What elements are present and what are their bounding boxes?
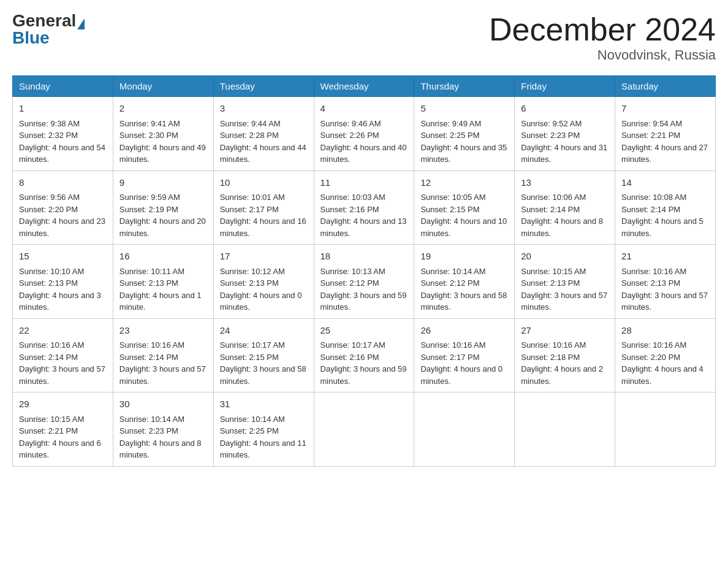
calendar-cell: 20 Sunrise: 10:15 AMSunset: 2:13 PMDayli…: [515, 245, 615, 319]
day-number: 23: [119, 324, 207, 338]
calendar-cell: 4 Sunrise: 9:46 AMSunset: 2:26 PMDayligh…: [314, 97, 414, 171]
month-year-title: December 2024: [489, 12, 716, 47]
day-number: 19: [420, 250, 508, 264]
day-number: 11: [320, 176, 408, 190]
day-number: 1: [19, 102, 107, 116]
header-row: Sunday Monday Tuesday Wednesday Thursday…: [13, 76, 716, 97]
calendar-cell: 1 Sunrise: 9:38 AMSunset: 2:32 PMDayligh…: [13, 97, 113, 171]
calendar-week-row: 22 Sunrise: 10:16 AMSunset: 2:14 PMDayli…: [13, 318, 716, 393]
col-thursday: Thursday: [414, 76, 515, 97]
day-number: 22: [19, 324, 107, 338]
day-number: 9: [119, 176, 207, 190]
day-info: Sunrise: 10:10 AMSunset: 2:13 PMDaylight…: [19, 267, 101, 312]
day-number: 17: [220, 250, 308, 264]
calendar-cell: 22 Sunrise: 10:16 AMSunset: 2:14 PMDayli…: [13, 318, 113, 393]
day-info: Sunrise: 10:06 AMSunset: 2:14 PMDaylight…: [521, 193, 603, 238]
calendar-cell: 3 Sunrise: 9:44 AMSunset: 2:28 PMDayligh…: [213, 97, 314, 171]
calendar-cell: 17 Sunrise: 10:12 AMSunset: 2:13 PMDayli…: [213, 245, 314, 319]
calendar-cell: [314, 393, 414, 467]
calendar-week-row: 29 Sunrise: 10:15 AMSunset: 2:21 PMDayli…: [13, 393, 716, 467]
day-number: 30: [119, 397, 207, 412]
day-info: Sunrise: 9:54 AMSunset: 2:21 PMDaylight:…: [621, 119, 708, 164]
day-number: 25: [320, 324, 408, 338]
day-number: 29: [19, 397, 107, 412]
day-info: Sunrise: 10:08 AMSunset: 2:14 PMDaylight…: [621, 193, 703, 238]
day-info: Sunrise: 10:16 AMSunset: 2:14 PMDaylight…: [19, 340, 105, 386]
day-number: 16: [119, 250, 207, 264]
day-info: Sunrise: 9:49 AMSunset: 2:25 PMDaylight:…: [420, 119, 507, 164]
logo-general-text: General: [12, 11, 76, 30]
calendar-cell: 2 Sunrise: 9:41 AMSunset: 2:30 PMDayligh…: [113, 97, 213, 171]
day-number: 14: [621, 176, 709, 190]
day-info: Sunrise: 10:16 AMSunset: 2:14 PMDaylight…: [119, 340, 206, 386]
day-number: 28: [621, 324, 709, 338]
calendar-cell: 7 Sunrise: 9:54 AMSunset: 2:21 PMDayligh…: [615, 97, 716, 171]
calendar-cell: [515, 393, 615, 467]
col-friday: Friday: [515, 76, 615, 97]
day-number: 8: [19, 176, 107, 190]
calendar-cell: [414, 393, 515, 467]
day-info: Sunrise: 10:15 AMSunset: 2:21 PMDaylight…: [19, 415, 101, 460]
calendar-cell: 13 Sunrise: 10:06 AMSunset: 2:14 PMDayli…: [515, 170, 615, 245]
day-info: Sunrise: 10:14 AMSunset: 2:23 PMDaylight…: [119, 415, 202, 460]
day-number: 15: [19, 250, 107, 264]
day-info: Sunrise: 10:16 AMSunset: 2:18 PMDaylight…: [521, 340, 603, 386]
day-number: 27: [521, 324, 609, 338]
calendar-cell: 8 Sunrise: 9:56 AMSunset: 2:20 PMDayligh…: [13, 170, 113, 245]
day-info: Sunrise: 10:15 AMSunset: 2:13 PMDaylight…: [521, 267, 607, 312]
day-number: 13: [521, 176, 609, 190]
calendar-cell: 25 Sunrise: 10:17 AMSunset: 2:16 PMDayli…: [314, 318, 414, 393]
calendar-table: Sunday Monday Tuesday Wednesday Thursday…: [12, 75, 716, 467]
calendar-cell: 31 Sunrise: 10:14 AMSunset: 2:25 PMDayli…: [213, 393, 314, 467]
day-number: 18: [320, 250, 408, 264]
logo-general-line: General: [12, 12, 85, 29]
day-info: Sunrise: 9:52 AMSunset: 2:23 PMDaylight:…: [521, 119, 607, 164]
calendar-cell: 21 Sunrise: 10:16 AMSunset: 2:13 PMDayli…: [615, 245, 716, 319]
day-info: Sunrise: 9:46 AMSunset: 2:26 PMDaylight:…: [320, 119, 407, 164]
day-info: Sunrise: 9:38 AMSunset: 2:32 PMDaylight:…: [19, 119, 105, 164]
calendar-cell: 23 Sunrise: 10:16 AMSunset: 2:14 PMDayli…: [113, 318, 213, 393]
calendar-cell: 16 Sunrise: 10:11 AMSunset: 2:13 PMDayli…: [113, 245, 213, 319]
calendar-cell: 30 Sunrise: 10:14 AMSunset: 2:23 PMDayli…: [113, 393, 213, 467]
day-number: 20: [521, 250, 609, 264]
day-info: Sunrise: 10:01 AMSunset: 2:17 PMDaylight…: [220, 193, 306, 238]
day-info: Sunrise: 10:17 AMSunset: 2:16 PMDaylight…: [320, 340, 407, 386]
day-info: Sunrise: 9:41 AMSunset: 2:30 PMDaylight:…: [119, 119, 206, 164]
day-info: Sunrise: 10:13 AMSunset: 2:12 PMDaylight…: [320, 267, 407, 312]
calendar-cell: 11 Sunrise: 10:03 AMSunset: 2:16 PMDayli…: [314, 170, 414, 245]
day-number: 26: [420, 324, 508, 338]
day-number: 21: [621, 250, 709, 264]
logo-triangle-icon: [77, 18, 85, 29]
title-block: December 2024 Novodvinsk, Russia: [489, 12, 716, 63]
calendar-cell: [615, 393, 716, 467]
logo-blue-text: Blue: [12, 28, 50, 47]
day-info: Sunrise: 10:16 AMSunset: 2:17 PMDaylight…: [420, 340, 502, 386]
day-info: Sunrise: 10:03 AMSunset: 2:16 PMDaylight…: [320, 193, 407, 238]
calendar-cell: 14 Sunrise: 10:08 AMSunset: 2:14 PMDayli…: [615, 170, 716, 245]
day-info: Sunrise: 9:56 AMSunset: 2:20 PMDaylight:…: [19, 193, 105, 238]
day-number: 10: [220, 176, 308, 190]
logo: General Blue: [12, 12, 85, 47]
day-info: Sunrise: 10:16 AMSunset: 2:20 PMDaylight…: [621, 340, 703, 386]
calendar-cell: 18 Sunrise: 10:13 AMSunset: 2:12 PMDayli…: [314, 245, 414, 319]
day-number: 2: [119, 102, 207, 116]
calendar-body: 1 Sunrise: 9:38 AMSunset: 2:32 PMDayligh…: [13, 97, 716, 467]
day-number: 24: [220, 324, 308, 338]
calendar-header: Sunday Monday Tuesday Wednesday Thursday…: [13, 76, 716, 97]
calendar-week-row: 8 Sunrise: 9:56 AMSunset: 2:20 PMDayligh…: [13, 170, 716, 245]
day-info: Sunrise: 10:14 AMSunset: 2:12 PMDaylight…: [420, 267, 507, 312]
day-info: Sunrise: 10:11 AMSunset: 2:13 PMDaylight…: [119, 267, 202, 312]
calendar-cell: 24 Sunrise: 10:17 AMSunset: 2:15 PMDayli…: [213, 318, 314, 393]
day-info: Sunrise: 10:12 AMSunset: 2:13 PMDaylight…: [220, 267, 302, 312]
calendar-cell: 10 Sunrise: 10:01 AMSunset: 2:17 PMDayli…: [213, 170, 314, 245]
col-wednesday: Wednesday: [314, 76, 414, 97]
col-saturday: Saturday: [615, 76, 716, 97]
calendar-week-row: 1 Sunrise: 9:38 AMSunset: 2:32 PMDayligh…: [13, 97, 716, 171]
day-info: Sunrise: 10:17 AMSunset: 2:15 PMDaylight…: [220, 340, 306, 386]
day-info: Sunrise: 9:59 AMSunset: 2:19 PMDaylight:…: [119, 193, 206, 238]
location-subtitle: Novodvinsk, Russia: [489, 47, 716, 63]
col-sunday: Sunday: [13, 76, 113, 97]
calendar-cell: 9 Sunrise: 9:59 AMSunset: 2:19 PMDayligh…: [113, 170, 213, 245]
day-number: 7: [621, 102, 709, 116]
calendar-cell: 28 Sunrise: 10:16 AMSunset: 2:20 PMDayli…: [615, 318, 716, 393]
